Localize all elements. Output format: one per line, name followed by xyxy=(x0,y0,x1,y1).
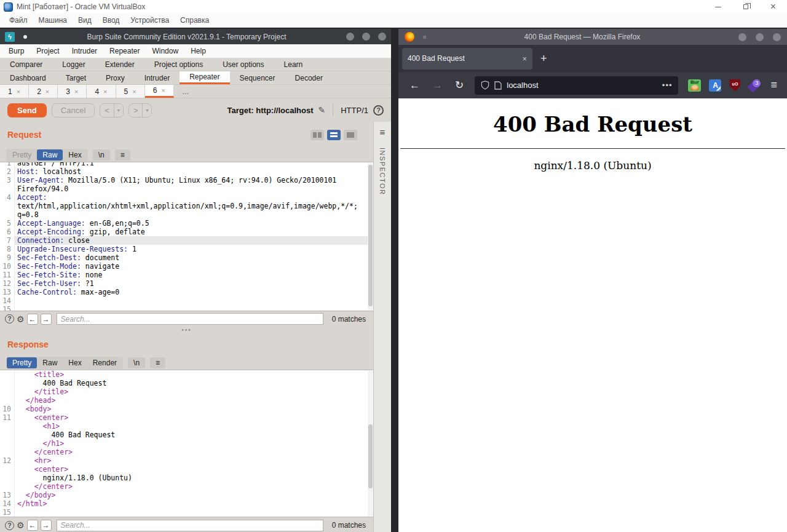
search-input[interactable] xyxy=(57,520,323,531)
url-text[interactable]: localhost xyxy=(507,81,657,90)
view-tab-hex[interactable]: Hex xyxy=(63,149,87,161)
history-forward-dropdown[interactable]: ▾ xyxy=(142,104,151,117)
response-scrollbar[interactable] xyxy=(368,371,373,516)
layout-columns-button[interactable] xyxy=(310,130,324,140)
request-editor[interactable]: 1ausTGET / HTTP/1.12Host: localhost3User… xyxy=(0,162,373,311)
editor-menu-icon[interactable]: ≡ xyxy=(115,149,130,161)
tab-sequencer[interactable]: Sequencer xyxy=(230,71,285,84)
repeater-tab-2[interactable]: 2× xyxy=(29,85,58,98)
inspector-toggle-icon[interactable]: ≡ xyxy=(380,127,386,137)
repeater-tab-1[interactable]: 1× xyxy=(0,85,29,98)
shield-icon[interactable] xyxy=(481,81,489,90)
tab-decoder[interactable]: Decoder xyxy=(285,71,333,84)
view-tab-pretty[interactable]: Pretty xyxy=(7,149,37,161)
page-info-icon[interactable] xyxy=(494,81,502,90)
history-back-button[interactable]: < ▾ xyxy=(100,103,124,117)
tab-comparer[interactable]: Comparer xyxy=(0,58,52,71)
maximize-button[interactable] xyxy=(362,33,370,41)
minimize-button[interactable] xyxy=(738,33,746,41)
tab-close-icon[interactable]: × xyxy=(45,88,49,95)
menu-item-intruder[interactable]: Intruder xyxy=(66,45,103,57)
tab-dashboard[interactable]: Dashboard xyxy=(0,71,56,84)
newline-toggle-button[interactable]: \n xyxy=(128,357,145,368)
response-editor[interactable]: <title> 400 Bad Request </title> </head>… xyxy=(0,370,373,517)
menu-item-project[interactable]: Project xyxy=(30,45,65,57)
tab-close-icon[interactable]: × xyxy=(103,88,107,95)
menu-item-машина[interactable]: Машина xyxy=(33,14,73,26)
editor-menu-icon[interactable]: ≡ xyxy=(150,357,165,368)
maximize-button[interactable] xyxy=(756,33,764,41)
tab-intruder[interactable]: Intruder xyxy=(135,71,180,84)
back-button[interactable]: ← xyxy=(403,79,426,92)
containers-extension-icon[interactable]: 3 xyxy=(748,79,761,92)
gear-icon[interactable]: ⚙ xyxy=(17,520,25,530)
help-icon[interactable]: ? xyxy=(5,314,14,324)
layout-rows-button[interactable] xyxy=(327,130,341,140)
foxyproxy-extension-icon[interactable]: Bur xyxy=(688,79,701,92)
panel-splitter[interactable]: ••• xyxy=(0,327,373,333)
help-icon[interactable]: ? xyxy=(373,105,384,116)
restore-button[interactable] xyxy=(732,0,759,14)
newline-toggle-button[interactable]: \n xyxy=(93,149,110,161)
tab-close-icon[interactable]: × xyxy=(74,88,78,95)
scrollbar-thumb[interactable] xyxy=(368,165,373,306)
history-back-dropdown[interactable]: ▾ xyxy=(114,104,123,117)
view-tab-raw[interactable]: Raw xyxy=(37,149,63,161)
close-button[interactable] xyxy=(773,33,781,41)
tab-learn[interactable]: Learn xyxy=(274,58,313,71)
tab-repeater[interactable]: Repeater xyxy=(180,71,229,84)
search-prev-button[interactable]: ← xyxy=(27,314,38,325)
view-tab-hex[interactable]: Hex xyxy=(63,357,87,368)
tab-close-icon[interactable]: × xyxy=(518,54,527,63)
menu-item-help[interactable]: Help xyxy=(184,45,212,57)
gear-icon[interactable]: ⚙ xyxy=(17,314,25,324)
new-tab-button[interactable]: + xyxy=(532,52,555,65)
layout-single-button[interactable] xyxy=(344,130,357,140)
scrollbar-thumb[interactable] xyxy=(368,424,373,488)
search-next-button[interactable]: → xyxy=(41,520,52,531)
tab-close-icon[interactable]: × xyxy=(161,87,165,94)
repeater-tab-4[interactable]: 4× xyxy=(87,85,116,98)
tab-target[interactable]: Target xyxy=(56,71,96,84)
cancel-button[interactable]: Cancel xyxy=(52,103,95,117)
url-bar[interactable]: localhost ••• xyxy=(475,76,678,95)
tab-close-icon[interactable]: × xyxy=(17,88,20,95)
menu-item-repeater[interactable]: Repeater xyxy=(103,45,146,57)
close-button[interactable]: × xyxy=(759,0,787,14)
menu-item-справка[interactable]: Справка xyxy=(175,14,215,26)
translate-extension-icon[interactable]: A xyxy=(709,79,721,92)
inspector-sidebar[interactable]: ≡ INSPECTOR xyxy=(373,122,391,532)
menu-item-файл[interactable]: Файл xyxy=(4,14,33,26)
repeater-tab-6[interactable]: 6× xyxy=(145,85,174,98)
search-prev-button[interactable]: ← xyxy=(27,520,38,531)
ublock-extension-icon[interactable]: uO xyxy=(729,79,740,92)
repeater-tab-5[interactable]: 5× xyxy=(116,85,145,98)
minimize-button[interactable] xyxy=(704,0,732,14)
search-next-button[interactable]: → xyxy=(41,314,52,325)
view-tab-render[interactable]: Render xyxy=(87,357,122,368)
tab-close-icon[interactable]: × xyxy=(132,88,136,95)
reload-button[interactable]: ↻ xyxy=(449,79,470,92)
menu-item-устройства[interactable]: Устройства xyxy=(125,14,175,26)
tab-extender[interactable]: Extender xyxy=(95,58,144,71)
browser-tab[interactable]: 400 Bad Request × xyxy=(402,48,532,69)
tab-user-options[interactable]: User options xyxy=(213,58,274,71)
minimize-button[interactable] xyxy=(346,33,354,41)
menu-icon[interactable]: ≡ xyxy=(765,79,782,92)
search-input[interactable] xyxy=(57,313,323,325)
pencil-icon[interactable]: ✎ xyxy=(318,105,325,115)
send-button[interactable]: Send xyxy=(7,103,47,117)
view-tab-pretty[interactable]: Pretty xyxy=(7,357,37,368)
menu-item-burp[interactable]: Burp xyxy=(2,45,30,57)
request-scrollbar[interactable] xyxy=(368,163,373,310)
menu-item-ввод[interactable]: Ввод xyxy=(97,14,125,26)
close-button[interactable] xyxy=(378,33,386,41)
history-forward-button[interactable]: > ▾ xyxy=(129,103,152,117)
menu-item-вид[interactable]: Вид xyxy=(73,14,97,26)
menu-item-window[interactable]: Window xyxy=(146,45,184,57)
view-tab-raw[interactable]: Raw xyxy=(37,357,63,368)
tab-project-options[interactable]: Project options xyxy=(144,58,213,71)
help-icon[interactable]: ? xyxy=(5,521,14,530)
tab-logger[interactable]: Logger xyxy=(52,58,95,71)
tab-proxy[interactable]: Proxy xyxy=(96,71,135,84)
